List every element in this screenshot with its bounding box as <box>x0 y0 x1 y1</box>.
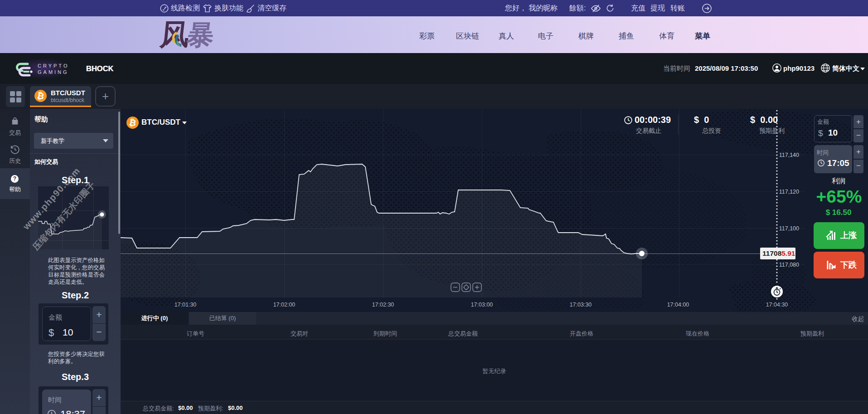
svg-text:117,080: 117,080 <box>779 262 799 268</box>
svg-text:17:02:00: 17:02:00 <box>273 302 296 308</box>
svg-text:17:02:30: 17:02:30 <box>372 302 394 308</box>
svg-text:117085.91: 117085.91 <box>762 249 795 257</box>
svg-text:17:03:00: 17:03:00 <box>471 302 493 308</box>
svg-text:117,100: 117,100 <box>779 225 799 232</box>
svg-text:17:04:30: 17:04:30 <box>766 302 788 308</box>
svg-text:17:04:00: 17:04:00 <box>667 302 689 308</box>
svg-text:17:03:30: 17:03:30 <box>570 302 592 308</box>
svg-text:117,140: 117,140 <box>779 152 799 158</box>
svg-text:117,120: 117,120 <box>779 189 799 195</box>
svg-text:17:01:30: 17:01:30 <box>175 302 197 308</box>
